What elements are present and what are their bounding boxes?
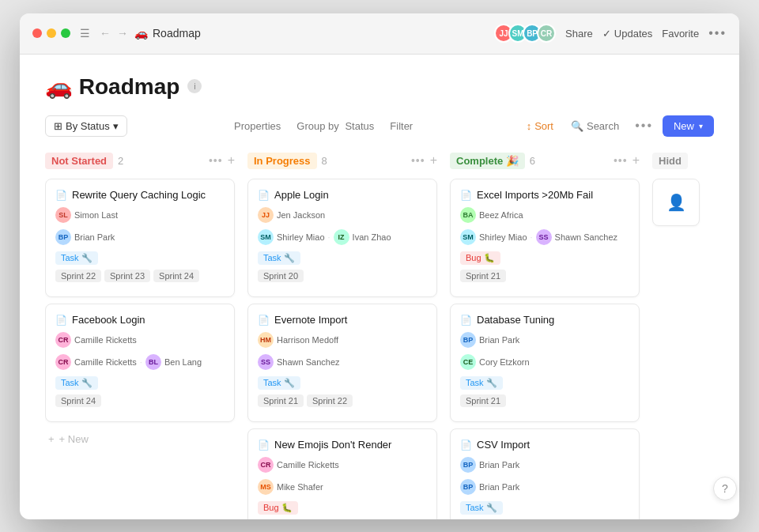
card-excel-imports[interactable]: 📄 Excel Imports >20Mb Fail BA Beez Afric… [450,179,640,297]
card-title: 📄 Facebook Login [55,314,225,326]
card-tags: Bug 🐛 [258,501,427,515]
favorite-button[interactable]: Favorite [662,28,699,40]
card-people-2: SM Shirley Miao · IZ Ivan Zhao [258,229,427,245]
card-people: BP Brian Park [460,332,629,348]
sprint-tag: Sprint 21 [460,270,506,282]
card-tags: Task 🔧 [258,376,427,390]
close-button[interactable] [32,28,42,38]
card-title: 📄 Evernote Import [258,314,427,326]
list-icon: ⊞ [54,120,62,132]
column-more-icon[interactable]: ••• [614,154,628,167]
card-rewrite-query[interactable]: 📄 Rewrite Query Caching Logic SL Simon L… [45,179,235,297]
tag-task: Task 🔧 [258,251,300,265]
card-title: 📄 New Emojis Don't Render [258,439,427,451]
by-status-button[interactable]: ⊞ By Status ▾ [45,115,127,137]
search-icon: 🔍 [571,120,583,132]
properties-button[interactable]: Properties [228,117,287,135]
column-add-button[interactable]: + [430,153,437,168]
minimize-button[interactable] [47,28,56,38]
sort-icon: ↕ [527,120,532,132]
card-database-tuning[interactable]: 📄 Database Tuning BP Brian Park CE Cory … [450,304,640,422]
column-more-icon[interactable]: ••• [411,154,425,167]
card-sprints: Sprint 21 [460,394,629,407]
tag-task: Task 🔧 [258,376,300,390]
sprint-tag: Sprint 24 [153,270,199,282]
search-button[interactable]: 🔍 Search [565,117,625,135]
column-more-icon[interactable]: ••• [209,154,223,167]
column-count-not-started: 2 [118,155,123,167]
column-title-in-progress: In Progress [247,153,317,169]
card-title: 📄 Excel Imports >20Mb Fail [460,189,629,201]
avatar: SM [258,229,274,245]
add-new-button[interactable]: + + New [45,428,235,450]
titlebar-right: JJ SM BP CR Share ✓ Updates Favorite ••• [494,24,727,43]
toolbar-left: ⊞ By Status ▾ [45,115,127,137]
card-evernote-import[interactable]: 📄 Evernote Import HM Harrison Medoff SS … [247,304,437,422]
document-icon: 📄 [258,190,270,201]
sprint-tag: Sprint 21 [258,394,304,407]
card-tags: Task 🔧 [55,251,225,265]
column-title-not-started: Not Started [45,153,113,169]
avatar: CR [55,332,71,348]
more-options-button[interactable]: ••• [708,26,727,40]
avatar: CR [55,354,71,370]
card-people: BA Beez Africa [460,207,629,223]
sprint-tag: Sprint 22 [55,270,101,282]
content-area: 🚗 Roadmap i ⊞ By Status ▾ Properties Gro… [20,55,739,519]
sort-button[interactable]: ↕ Sort [520,117,560,135]
filter-button[interactable]: Filter [383,117,419,135]
breadcrumb-text: Roadmap [153,27,201,40]
hamburger-icon[interactable]: ☰ [80,27,90,40]
sprint-tag: Sprint 22 [307,394,353,407]
new-button[interactable]: New ▾ [663,115,714,137]
avatar: SS [536,229,552,245]
card-new-emojis[interactable]: 📄 New Emojis Don't Render CR Camille Ric… [247,428,437,519]
tag-bug: Bug 🐛 [258,501,298,515]
card-csv-import[interactable]: 📄 CSV Import BP Brian Park BP Brian Park [450,428,640,519]
toolbar-more-button[interactable]: ••• [630,115,658,136]
card-sprints: Sprint 20 [258,270,427,282]
hidden-item-icon: 👤 [666,193,686,212]
card-people: BP Brian Park [460,457,629,473]
chevron-down-icon: ▾ [113,120,119,132]
avatar: CR [258,457,274,473]
document-icon: 📄 [55,315,67,326]
forward-arrow-icon[interactable]: → [117,27,128,40]
document-icon: 📄 [460,190,472,201]
avatars-group: JJ SM BP CR [494,24,556,43]
card-people: HM Harrison Medoff [258,332,427,348]
sprint-tag: Sprint 23 [104,270,150,282]
card-tags: Task 🔧 [460,501,629,515]
info-icon[interactable]: i [187,79,202,93]
updates-button[interactable]: ✓ Updates [602,28,652,40]
toolbar: ⊞ By Status ▾ Properties Group by Status… [45,115,714,137]
column-header-in-progress: In Progress 8 ••• + [247,149,437,172]
card-people-2: BP Brian Park [55,229,225,245]
maximize-button[interactable] [61,28,70,38]
sprint-tag: Sprint 24 [55,394,101,407]
card-hidden[interactable]: 👤 [652,179,700,226]
card-sprints: Sprint 22 Sprint 23 Sprint 24 [55,270,225,282]
group-by-button[interactable]: Group by Status [290,117,380,135]
column-complete: Complete 🎉 6 ••• + 📄 Excel Imports >20Mb… [450,149,640,507]
column-not-started: Not Started 2 ••• + 📄 Rewrite Query Cach… [45,149,235,507]
document-icon: 📄 [258,315,270,326]
page-title: 🚗 Roadmap [45,74,179,100]
card-tags: Task 🔧 [55,376,225,390]
sprint-tag: Sprint 21 [460,394,506,407]
share-button[interactable]: Share [565,28,593,40]
avatar: SS [258,354,274,370]
card-people: JJ Jen Jackson [258,207,427,223]
card-title: 📄 Apple Login [258,189,427,201]
back-arrow-icon[interactable]: ← [100,27,111,40]
card-apple-login[interactable]: 📄 Apple Login JJ Jen Jackson SM Shirley … [247,179,437,297]
document-icon: 📄 [460,440,472,451]
sprint-tag: Sprint 20 [258,270,304,282]
column-add-button[interactable]: + [228,153,235,168]
card-people: CR Camille Ricketts [258,457,427,473]
document-icon: 📄 [258,440,270,451]
column-count-in-progress: 8 [322,155,327,167]
card-facebook-login[interactable]: 📄 Facebook Login CR Camille Ricketts CR … [45,304,235,422]
column-add-button[interactable]: + [632,153,640,168]
help-button[interactable]: ? [713,477,737,500]
